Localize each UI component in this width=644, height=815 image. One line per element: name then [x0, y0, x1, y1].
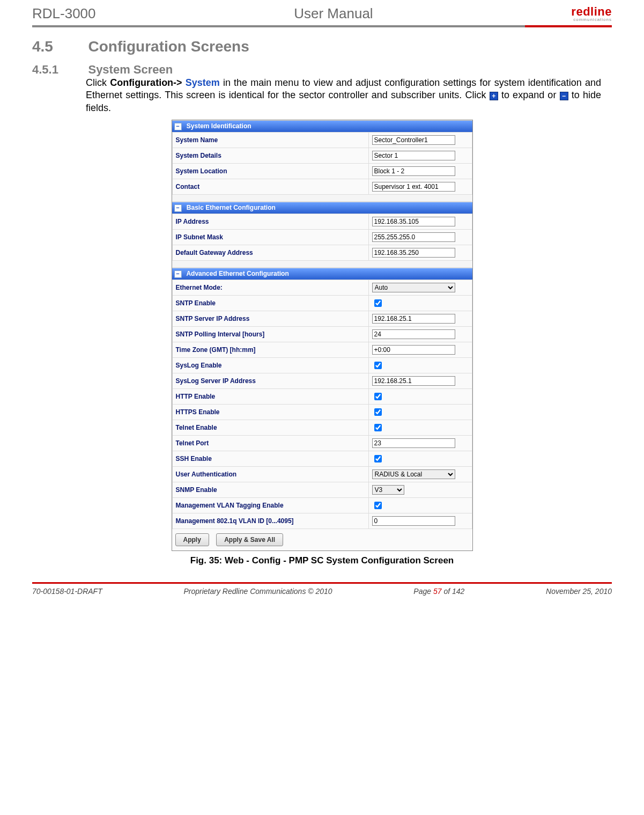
input-contact[interactable]	[372, 182, 455, 192]
subsection-number: 4.5.1	[32, 63, 86, 77]
input-sntp-ip[interactable]	[372, 314, 455, 324]
input-ip-address[interactable]	[372, 217, 455, 226]
body-span: to expand or	[498, 90, 560, 100]
select-ethernet-mode[interactable]: Auto	[372, 283, 455, 292]
checkbox-sntp-enable[interactable]	[374, 299, 382, 307]
label-vlan-id: Management 802.1q VLAN ID [0...4095]	[172, 513, 368, 528]
apply-button[interactable]: Apply	[175, 533, 209, 546]
collapse-icon[interactable]: −	[174, 270, 182, 278]
label-https-enable: HTTPS Enable	[172, 404, 368, 420]
button-bar: Apply Apply & Save All	[172, 529, 472, 550]
input-vlan-id[interactable]	[372, 516, 455, 526]
footer-copyright: Proprietary Redline Communications © 201…	[183, 587, 332, 596]
label-syslog-enable: SysLog Enable	[172, 357, 368, 373]
input-system-details[interactable]	[372, 151, 455, 160]
label-vlan-tagging: Management VLAN Tagging Enable	[172, 497, 368, 513]
logo-sub: communications	[571, 18, 612, 22]
label-snmp-enable: SNMP Enable	[172, 482, 368, 497]
band-label: System Identification	[187, 122, 251, 130]
logo: redline communications	[571, 6, 612, 22]
section-heading: 4.5 Configuration Screens	[32, 38, 612, 55]
checkbox-https-enable[interactable]	[374, 408, 382, 416]
collapse-icon: −	[560, 92, 568, 100]
subsection-heading: 4.5.1 System Screen	[32, 63, 612, 77]
collapse-icon[interactable]: −	[174, 204, 182, 212]
page-header: RDL-3000 User Manual redline communicati…	[32, 5, 612, 23]
select-user-auth[interactable]: RADIUS & Local	[372, 469, 455, 479]
label-telnet-port: Telnet Port	[172, 435, 368, 451]
label-system-details: System Details	[172, 148, 368, 164]
footer-page: Page 57 of 142	[413, 587, 464, 596]
label-sntp-enable: SNTP Enable	[172, 295, 368, 311]
expand-icon: +	[490, 92, 498, 100]
band-basic-ethernet[interactable]: − Basic Ethernet Configuration	[172, 202, 472, 214]
section-number: 4.5	[32, 38, 86, 55]
input-time-zone[interactable]	[372, 345, 455, 355]
label-ssh-enable: SSH Enable	[172, 451, 368, 466]
figure-caption: Fig. 35: Web - Config - PMP SC System Co…	[32, 555, 612, 566]
footer-page-prefix: Page	[413, 587, 433, 596]
label-system-name: System Name	[172, 133, 368, 148]
logo-main: redline	[571, 6, 612, 18]
header-rule	[32, 25, 612, 27]
label-sntp-poll: SNTP Polling Interval [hours]	[172, 326, 368, 342]
input-sntp-poll[interactable]	[372, 329, 455, 339]
input-system-location[interactable]	[372, 166, 455, 176]
header-left: RDL-3000	[32, 5, 96, 22]
band-label: Advanced Ethernet Configuration	[186, 270, 288, 277]
body-bold: Configuration->	[110, 77, 182, 88]
body-paragraph: Click Configuration-> System in the main…	[86, 77, 601, 114]
label-user-auth: User Authentication	[172, 466, 368, 482]
label-telnet-enable: Telnet Enable	[172, 420, 368, 435]
config-screenshot: − System Identification System Name Syst…	[172, 120, 473, 550]
label-subnet-mask: IP Subnet Mask	[172, 229, 368, 245]
body-span: Click	[86, 77, 110, 88]
footer-rule	[32, 582, 612, 584]
label-time-zone: Time Zone (GMT) [hh:mm]	[172, 342, 368, 357]
checkbox-vlan-tagging[interactable]	[374, 502, 382, 509]
input-system-name[interactable]	[372, 135, 455, 145]
checkbox-syslog-enable[interactable]	[374, 362, 382, 369]
label-syslog-ip: SysLog Server IP Address	[172, 373, 368, 388]
label-system-location: System Location	[172, 164, 368, 179]
checkbox-ssh-enable[interactable]	[374, 455, 382, 462]
apply-save-all-button[interactable]: Apply & Save All	[216, 533, 283, 546]
header-center: User Manual	[96, 5, 572, 22]
footer-date: November 25, 2010	[546, 587, 612, 596]
band-advanced-ethernet[interactable]: − Advanced Ethernet Configuration	[172, 268, 472, 280]
band-system-identification[interactable]: − System Identification	[172, 120, 472, 132]
footer-doc-id: 70-00158-01-DRAFT	[32, 587, 102, 596]
band-label: Basic Ethernet Configuration	[187, 204, 276, 211]
label-ip-address: IP Address	[172, 214, 368, 229]
input-syslog-ip[interactable]	[372, 376, 455, 386]
collapse-icon[interactable]: −	[174, 123, 182, 130]
footer-page-number: 57	[433, 587, 442, 596]
subsection-title: System Screen	[88, 63, 173, 76]
checkbox-telnet-enable[interactable]	[374, 424, 382, 431]
select-snmp[interactable]: V3	[372, 485, 404, 495]
label-http-enable: HTTP Enable	[172, 388, 368, 404]
label-sntp-ip: SNTP Server IP Address	[172, 311, 368, 326]
input-default-gateway[interactable]	[372, 248, 455, 258]
footer-page-suffix: of 142	[442, 587, 465, 596]
input-subnet-mask[interactable]	[372, 232, 455, 242]
label-default-gateway: Default Gateway Address	[172, 245, 368, 260]
section-title: Configuration Screens	[88, 38, 249, 55]
label-contact: Contact	[172, 179, 368, 195]
checkbox-http-enable[interactable]	[374, 393, 382, 400]
input-telnet-port[interactable]	[372, 438, 455, 448]
body-link: System	[182, 77, 220, 88]
page-footer: 70-00158-01-DRAFT Proprietary Redline Co…	[32, 587, 612, 596]
label-ethernet-mode: Ethernet Mode:	[172, 280, 368, 295]
